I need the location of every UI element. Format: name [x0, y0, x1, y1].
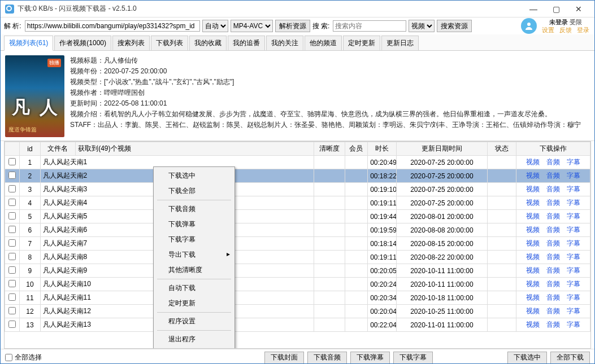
tab-5[interactable]: 我的追番: [228, 36, 265, 50]
menu-item[interactable]: 其他清晰度: [155, 262, 233, 278]
search-type-select[interactable]: 视频: [409, 20, 435, 32]
op-video[interactable]: 视频: [526, 321, 540, 328]
table-row[interactable]: 3凡人风起天南300:19:102020-07-25 20:00:00视频音频字…: [5, 183, 590, 196]
menu-item[interactable]: 下载弹幕: [155, 217, 233, 232]
op-subtitle[interactable]: 字幕: [567, 239, 580, 247]
op-subtitle[interactable]: 字幕: [567, 280, 580, 288]
row-checkbox[interactable]: [8, 239, 16, 247]
table-row[interactable]: 13凡人风起天南1300:22:042020-11-01 11:00:00视频音…: [5, 318, 590, 332]
menu-item[interactable]: 下载全部: [155, 183, 233, 199]
maximize-button[interactable]: ▢: [545, 1, 567, 17]
tab-2[interactable]: 搜索列表: [112, 36, 150, 50]
op-subtitle[interactable]: 字幕: [567, 185, 580, 193]
row-checkbox[interactable]: [8, 172, 16, 179]
row-checkbox[interactable]: [8, 185, 16, 192]
table-row[interactable]: 11凡人风起天南1100:20:342020-10-18 11:00:00视频音…: [5, 291, 590, 305]
table-row[interactable]: 4凡人风起天南400:19:112020-07-25 20:00:00视频音频字…: [5, 196, 590, 210]
op-subtitle[interactable]: 字幕: [567, 307, 580, 315]
op-subtitle[interactable]: 字幕: [567, 172, 580, 179]
op-audio[interactable]: 音频: [546, 280, 560, 288]
row-checkbox[interactable]: [8, 307, 16, 314]
op-audio[interactable]: 音频: [546, 253, 560, 261]
table-row[interactable]: 12凡人风起天南1200:20:042020-10-25 11:00:00视频音…: [5, 305, 590, 318]
search-button[interactable]: 搜索资源: [437, 20, 472, 32]
table-row[interactable]: 7凡人风起天南700:18:142020-08-15 20:00:00视频音频字…: [5, 237, 590, 251]
menu-item[interactable]: 定时更新: [155, 296, 233, 311]
menu-item[interactable]: 程序设置: [155, 314, 233, 329]
op-video[interactable]: 视频: [526, 307, 540, 315]
tab-7[interactable]: 他的频道: [305, 36, 342, 50]
row-checkbox[interactable]: [8, 212, 16, 220]
tab-8[interactable]: 定时更新: [343, 36, 380, 50]
settings-link[interactable]: 设置: [542, 27, 554, 33]
table-row[interactable]: 6凡人风起天南600:19:592020-08-08 20:00:00视频音频字…: [5, 223, 590, 237]
row-checkbox[interactable]: [8, 266, 16, 274]
menu-item[interactable]: 退出程序: [155, 332, 233, 347]
op-subtitle[interactable]: 字幕: [567, 253, 580, 261]
table-row[interactable]: 9凡人风起天南900:20:052020-10-11 11:00:00视频音频字…: [5, 264, 590, 278]
download-selected-button[interactable]: 下载选中: [507, 352, 547, 364]
download-cover-button[interactable]: 下载封面: [264, 352, 304, 364]
op-subtitle[interactable]: 字幕: [567, 226, 580, 234]
login-link[interactable]: 登录: [577, 27, 589, 33]
op-audio[interactable]: 音频: [546, 185, 560, 193]
op-audio[interactable]: 音频: [546, 172, 560, 179]
menu-item[interactable]: 下载选中: [155, 168, 233, 183]
op-subtitle[interactable]: 字幕: [567, 158, 580, 166]
menu-item[interactable]: 自动下载: [155, 280, 233, 296]
op-audio[interactable]: 音频: [546, 226, 560, 234]
op-subtitle[interactable]: 字幕: [567, 293, 580, 301]
parse-button[interactable]: 解析资源: [275, 20, 310, 32]
download-subtitle-button[interactable]: 下载字幕: [393, 352, 433, 364]
download-audio-button[interactable]: 下载音频: [307, 352, 347, 364]
close-button[interactable]: ✕: [567, 1, 590, 17]
op-subtitle[interactable]: 字幕: [567, 199, 580, 207]
row-checkbox[interactable]: [8, 253, 16, 260]
format-select[interactable]: MP4-AVC: [231, 20, 273, 32]
op-video[interactable]: 视频: [526, 185, 540, 193]
minimize-button[interactable]: —: [522, 1, 545, 17]
tab-9[interactable]: 更新日志: [381, 36, 419, 50]
op-video[interactable]: 视频: [526, 158, 540, 166]
op-subtitle[interactable]: 字幕: [567, 212, 580, 220]
row-checkbox[interactable]: [8, 158, 16, 165]
op-audio[interactable]: 音频: [546, 199, 560, 207]
op-video[interactable]: 视频: [526, 212, 540, 220]
op-video[interactable]: 视频: [526, 239, 540, 247]
row-checkbox[interactable]: [8, 321, 16, 328]
row-checkbox[interactable]: [8, 226, 16, 233]
select-all-checkbox[interactable]: 全部选择: [5, 353, 42, 362]
tab-4[interactable]: 我的收藏: [189, 36, 227, 50]
op-audio[interactable]: 音频: [546, 307, 560, 315]
op-audio[interactable]: 音频: [546, 239, 560, 247]
op-video[interactable]: 视频: [526, 199, 540, 207]
menu-item[interactable]: 导出下载: [155, 247, 233, 262]
search-input[interactable]: [333, 20, 406, 32]
op-audio[interactable]: 音频: [546, 212, 560, 220]
row-checkbox[interactable]: [8, 293, 16, 301]
table-row[interactable]: 5凡人风起天南500:19:442020-08-01 20:00:00视频音频字…: [5, 210, 590, 223]
op-video[interactable]: 视频: [526, 293, 540, 301]
download-danmu-button[interactable]: 下载弹幕: [350, 352, 390, 364]
table-row[interactable]: 2凡人风起天南200:18:222020-07-25 20:00:00视频音频字…: [5, 169, 590, 183]
op-video[interactable]: 视频: [526, 253, 540, 261]
row-checkbox[interactable]: [8, 199, 16, 206]
table-row[interactable]: 1凡人风起天南100:20:492020-07-25 20:00:00视频音频字…: [5, 156, 590, 169]
download-all-button[interactable]: 全部下载: [550, 352, 590, 364]
op-video[interactable]: 视频: [526, 172, 540, 179]
mode-select[interactable]: 自动: [202, 20, 228, 32]
op-audio[interactable]: 音频: [546, 321, 560, 328]
op-subtitle[interactable]: 字幕: [567, 266, 580, 274]
tab-3[interactable]: 下载列表: [151, 36, 188, 50]
url-input[interactable]: [25, 20, 200, 32]
op-video[interactable]: 视频: [526, 226, 540, 234]
table-row[interactable]: 8凡人风起天南800:19:112020-08-22 20:00:00视频音频字…: [5, 251, 590, 264]
op-audio[interactable]: 音频: [546, 293, 560, 301]
table-row[interactable]: 10凡人风起天南1000:20:242020-10-11 11:00:00视频音…: [5, 278, 590, 291]
op-video[interactable]: 视频: [526, 280, 540, 288]
feedback-link[interactable]: 反馈: [559, 27, 572, 33]
menu-item[interactable]: 下载音频: [155, 201, 233, 217]
row-checkbox[interactable]: [8, 280, 16, 287]
menu-item[interactable]: 下载字幕: [155, 232, 233, 247]
tab-6[interactable]: 我的关注: [266, 36, 303, 50]
